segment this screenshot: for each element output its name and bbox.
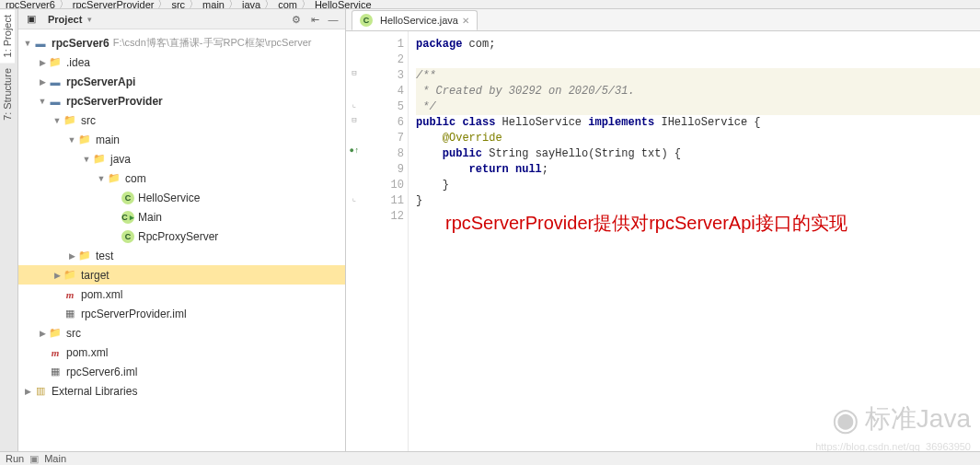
gutter-fold: ⊟⌞⊟●↑⌞ xyxy=(346,31,363,451)
tree-idea[interactable]: ▶📁.idea xyxy=(18,52,345,72)
project-tree[interactable]: ▼▬rpcServer6F:\csdn博客\直播课-手写RPC框架\rpcSer… xyxy=(18,29,345,451)
tree-provider[interactable]: ▼▬rpcServerProvider xyxy=(18,91,345,110)
breadcrumb-item[interactable]: com xyxy=(278,0,297,9)
close-tab-icon[interactable]: ✕ xyxy=(462,16,469,26)
dropdown-icon[interactable]: ▾ xyxy=(87,15,92,24)
iml-icon: ▦ xyxy=(48,365,63,379)
tree-pom2[interactable]: mpom.xml xyxy=(18,343,345,362)
tree-src[interactable]: ▼📁src xyxy=(18,110,345,130)
tree-external-libs[interactable]: ▶▥External Libraries xyxy=(18,381,345,401)
folder-icon: 📁 xyxy=(48,55,63,70)
line-gutter: 123456789101112 xyxy=(363,31,409,451)
breadcrumb-item[interactable]: src xyxy=(171,0,185,9)
module-icon: ▬ xyxy=(48,75,63,89)
folder-icon: 📁 xyxy=(77,249,92,263)
tree-api[interactable]: ▶▬rpcServerApi xyxy=(18,72,345,91)
runnable-class-icon: C xyxy=(121,211,134,224)
settings-icon[interactable]: ⚙ xyxy=(290,13,303,26)
target-folder-icon: 📁 xyxy=(63,268,77,283)
tree-root[interactable]: ▼▬rpcServer6F:\csdn博客\直播课-手写RPC框架\rpcSer… xyxy=(18,33,345,52)
breadcrumb: rpcServer6〉rpcServerProvider〉src〉main〉ja… xyxy=(0,0,980,9)
folder-icon: 📁 xyxy=(48,326,63,341)
project-header: ▣ Project ▾ ⚙ ⇤ — xyxy=(18,9,345,29)
left-tool-tabs: 1: Project 7: Structure xyxy=(0,9,18,451)
run-tab[interactable]: Run xyxy=(6,453,24,464)
tree-com[interactable]: ▼📁com xyxy=(18,169,345,188)
package-icon: 📁 xyxy=(107,171,121,186)
tree-main-class[interactable]: CMain xyxy=(18,207,345,227)
editor-tab-hello-service[interactable]: C HelloService.java ✕ xyxy=(352,10,478,30)
class-icon: C xyxy=(121,192,134,204)
tree-proxy-server[interactable]: CRpcProxyServer xyxy=(18,227,345,246)
maven-icon: m xyxy=(63,287,77,302)
tree-main[interactable]: ▼📁main xyxy=(18,130,345,149)
tree-test[interactable]: ▶📁test xyxy=(18,246,345,265)
project-title: Project xyxy=(48,14,82,25)
tree-pom[interactable]: mpom.xml xyxy=(18,285,345,304)
maven-icon: m xyxy=(48,345,63,360)
tree-java[interactable]: ▼📁java xyxy=(18,149,345,169)
tree-hello-service[interactable]: CHelloService xyxy=(18,188,345,207)
editor-tab-label: HelloService.java xyxy=(380,15,458,26)
iml-icon: ▦ xyxy=(63,307,77,321)
project-tool-window: ▣ Project ▾ ⚙ ⇤ — ▼▬rpcServer6F:\csdn博客\… xyxy=(18,9,346,451)
folder-icon: 📁 xyxy=(77,133,92,147)
breadcrumb-item[interactable]: HelloService xyxy=(315,0,372,9)
libraries-icon: ▥ xyxy=(33,384,48,399)
tree-target[interactable]: ▶📁target xyxy=(18,265,345,285)
tree-src2[interactable]: ▶📁src xyxy=(18,323,345,343)
class-icon: C xyxy=(121,230,134,243)
tab-project[interactable]: 1: Project xyxy=(0,9,15,63)
run-config-icon: ▣ xyxy=(29,453,39,465)
editor-body[interactable]: ⊟⌞⊟●↑⌞ 123456789101112 package com; /** … xyxy=(346,31,980,451)
editor-panel: C HelloService.java ✕ ⊟⌞⊟●↑⌞ 12345678910… xyxy=(346,9,980,451)
tab-structure[interactable]: 7: Structure xyxy=(0,63,15,126)
code-area[interactable]: package com; /** * Created by 30292 on 2… xyxy=(409,31,980,451)
module-icon: ▬ xyxy=(33,36,48,51)
breadcrumb-item[interactable]: rpcServerProvider xyxy=(73,0,155,9)
folder-icon: 📁 xyxy=(63,113,77,128)
breadcrumb-item[interactable]: main xyxy=(202,0,225,9)
tree-provider-iml[interactable]: ▦rpcServerProvider.iml xyxy=(18,304,345,323)
run-config-name[interactable]: Main xyxy=(44,453,66,464)
project-view-icon: ▣ xyxy=(24,12,39,27)
bottom-tool-bar: Run ▣ Main xyxy=(0,451,980,465)
editor-tabs: C HelloService.java ✕ xyxy=(346,9,980,31)
tree-root-iml[interactable]: ▦rpcServer6.iml xyxy=(18,362,345,381)
collapse-icon[interactable]: ⇤ xyxy=(308,13,321,26)
breadcrumb-item[interactable]: rpcServer6 xyxy=(6,0,55,9)
module-icon: ▬ xyxy=(48,94,63,109)
source-folder-icon: 📁 xyxy=(92,152,107,167)
class-icon: C xyxy=(360,14,373,27)
hide-icon[interactable]: — xyxy=(327,13,340,26)
breadcrumb-item[interactable]: java xyxy=(242,0,260,9)
